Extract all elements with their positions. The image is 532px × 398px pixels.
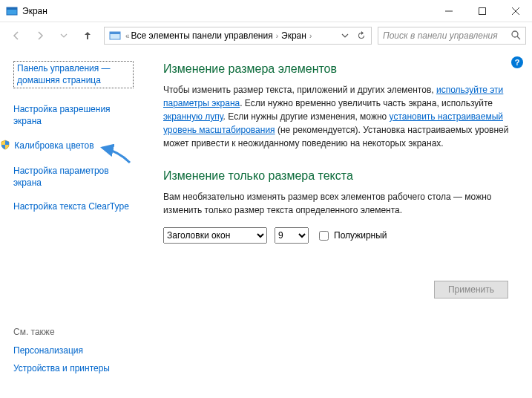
- apply-row: Применить: [163, 281, 510, 298]
- refresh-button[interactable]: [353, 27, 370, 44]
- paragraph: Чтобы изменить размер текста, приложений…: [163, 83, 510, 150]
- bold-label: Полужирный: [334, 230, 387, 241]
- bold-checkbox[interactable]: [319, 231, 329, 241]
- nav-forward-button[interactable]: [30, 25, 50, 46]
- sidebar-link-params[interactable]: Настройка параметров экрана: [13, 165, 134, 189]
- shield-icon: [0, 140, 10, 153]
- sidebar-link-personalization[interactable]: Персонализация: [13, 345, 134, 356]
- section-heading: Изменение размера элементов: [163, 62, 510, 76]
- svg-rect-1: [7, 7, 17, 10]
- control-panel-icon: [109, 30, 121, 42]
- chevron-right-icon: ›: [309, 32, 312, 40]
- see-also-heading: См. также: [13, 327, 134, 337]
- titlebar: Экран: [0, 0, 532, 22]
- breadcrumb: Все элементы панели управления › Экран ›: [131, 30, 337, 41]
- minimize-button[interactable]: [432, 0, 465, 22]
- nav-up-button[interactable]: [77, 25, 98, 46]
- content-area: ? Панель управления — домашняя страница …: [0, 49, 532, 398]
- font-size-select[interactable]: 9: [275, 227, 309, 244]
- bold-checkbox-row[interactable]: Полужирный: [316, 229, 387, 243]
- sidebar-link-devices[interactable]: Устройства и принтеры: [13, 362, 134, 374]
- help-icon[interactable]: ?: [511, 56, 523, 68]
- address-dropdown-button[interactable]: [337, 27, 353, 44]
- section-heading: Изменение только размера текста: [163, 169, 510, 183]
- close-button[interactable]: [499, 0, 532, 22]
- search-icon: [510, 30, 522, 42]
- sidebar-link-resolution[interactable]: Настройка разрешения экрана: [13, 103, 134, 127]
- apply-button[interactable]: Применить: [434, 281, 508, 298]
- sidebar-link-cleartype[interactable]: Настройка текста ClearType: [13, 200, 134, 212]
- text-size-controls: Заголовки окон 9 Полужирный: [163, 227, 510, 244]
- main-panel: Изменение размера элементов Чтобы измени…: [141, 49, 532, 398]
- paragraph: Вам необязательно изменять размер всех э…: [163, 190, 510, 217]
- svg-line-9: [517, 36, 520, 39]
- navbar: « Все элементы панели управления › Экран…: [0, 22, 532, 49]
- address-bar[interactable]: « Все элементы панели управления › Экран…: [104, 27, 372, 45]
- chevron-right-icon: ›: [276, 32, 278, 40]
- breadcrumb-item[interactable]: Экран: [281, 30, 306, 41]
- link-magnifier[interactable]: экранную лупу: [163, 111, 223, 122]
- sidebar-home-link[interactable]: Панель управления — домашняя страница: [13, 61, 134, 88]
- search-input[interactable]: [381, 30, 510, 42]
- sidebar-link-calibration[interactable]: Калибровка цветов: [13, 140, 134, 153]
- ui-item-select[interactable]: Заголовки окон: [163, 227, 267, 244]
- window-controls: [432, 0, 532, 22]
- sidebar-footer: См. также Персонализация Устройства и пр…: [13, 327, 134, 391]
- svg-rect-7: [110, 32, 120, 34]
- window-title: Экран: [22, 6, 432, 16]
- breadcrumb-sep-icon: «: [125, 32, 130, 40]
- svg-rect-3: [479, 7, 485, 14]
- breadcrumb-item[interactable]: Все элементы панели управления: [131, 30, 273, 41]
- search-box[interactable]: [378, 27, 526, 45]
- nav-back-button[interactable]: [6, 25, 27, 46]
- sidebar: Панель управления — домашняя страница На…: [0, 49, 141, 398]
- sidebar-item-label: Калибровка цветов: [14, 140, 93, 151]
- window-icon: [6, 5, 18, 17]
- maximize-button[interactable]: [465, 0, 499, 22]
- svg-point-8: [512, 31, 518, 37]
- nav-recent-button[interactable]: [53, 25, 74, 46]
